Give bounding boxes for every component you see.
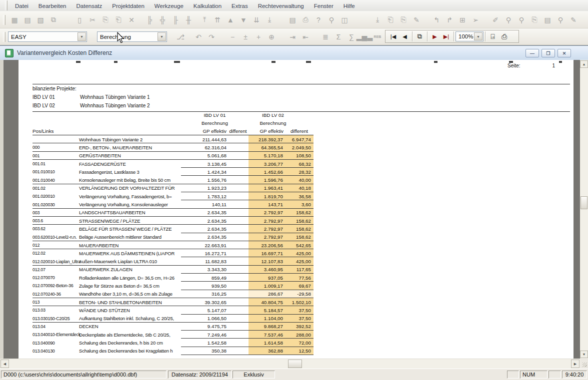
redo-icon[interactable]: ↷ (205, 31, 218, 43)
annotate-icon[interactable]: ✎ (567, 14, 580, 26)
run-report-button[interactable]: ▶ (429, 31, 440, 42)
row-diff-variant2: 158,62 (285, 209, 314, 217)
split-window-icon[interactable]: ◫ (338, 14, 351, 26)
close-preview-button[interactable]: ⍈ (487, 31, 498, 42)
menu-werkzeuge[interactable]: Werkzeuge (150, 1, 188, 10)
tree-level2-icon[interactable]: ╬ (156, 14, 169, 26)
move-down-icon[interactable]: ⇊ (250, 14, 263, 26)
cut-icon[interactable]: ✂ (86, 14, 99, 26)
copy-icon[interactable]: ⎘ (99, 14, 112, 26)
view-combobox[interactable]: EASY ▼ (8, 31, 87, 42)
note-edit-icon[interactable]: ✐ (489, 14, 502, 26)
scroll-up-icon[interactable]: ▲ (580, 60, 588, 68)
menu-fenster[interactable]: Fenster (309, 1, 338, 10)
report-table-row: 012.02MAUERWERK AUS DÄMMSTEINEN (LIAPOR1… (32, 249, 314, 257)
zoom-page-icon[interactable]: ⚲ (515, 14, 528, 26)
doc-add-icon[interactable]: ⎘ (397, 14, 410, 26)
insert-row-icon[interactable]: ± (239, 31, 252, 43)
add-sub-row-icon[interactable]: ⊕ (265, 31, 278, 43)
row-diff-variant2: 3,60 (285, 200, 314, 208)
last-page-button[interactable]: ▶| (440, 31, 452, 42)
scroll-left-icon[interactable]: ◀ (0, 360, 9, 368)
scroll-down-icon[interactable]: ▼ (580, 351, 588, 358)
reb-icon[interactable]: REB (371, 31, 384, 43)
close-button[interactable]: ✕ (558, 49, 571, 57)
print-button[interactable]: ⎙ (498, 31, 510, 42)
doc-export-icon[interactable]: ⎘ (528, 14, 541, 26)
copies-icon[interactable]: ⧉ (47, 14, 60, 26)
indent-icon[interactable]: ⇥ (286, 31, 299, 43)
new-document-icon[interactable]: ▯ (73, 14, 86, 26)
vertical-scrollbar-thumb[interactable] (580, 196, 588, 209)
row-diff-variant2: 1.502,10 (285, 298, 314, 306)
delete-icon[interactable]: ✕ (125, 14, 138, 26)
mode-combobox[interactable]: Berechnung ▼ (97, 31, 167, 42)
subtotal-icon[interactable]: Σ (332, 31, 345, 43)
report-icon[interactable]: ▤ (286, 14, 299, 26)
restore-button[interactable]: ❐ (542, 49, 555, 57)
menu-rechteverwaltung[interactable]: Rechteverwaltung (253, 1, 309, 10)
import-icon[interactable]: ⎗ (384, 14, 397, 26)
list-icon[interactable]: ≣ (319, 31, 332, 43)
export-icon[interactable]: ⤓ (371, 14, 384, 26)
branch-back-icon[interactable]: ↰ (430, 14, 443, 26)
menu-datensatz[interactable]: Datensatz (71, 1, 107, 10)
image-view-icon[interactable]: ▧ (34, 14, 47, 26)
undo-icon[interactable]: ↶ (192, 31, 205, 43)
tree-outline-icon[interactable]: ╫ (182, 14, 195, 26)
up-icon[interactable]: ▲ (224, 14, 237, 26)
first-page-button[interactable]: |◀ (388, 31, 399, 42)
resize-grip[interactable] (580, 359, 588, 369)
doc-edit-icon[interactable]: ✎ (410, 14, 423, 26)
vertical-scrollbar[interactable]: ▲ ▼ (580, 60, 588, 359)
search-icon[interactable]: ⚲ (325, 14, 338, 26)
grid-icon[interactable]: ⊞ (456, 14, 469, 26)
page-layout-icon[interactable]: ▤ (21, 14, 34, 26)
chevron-down-icon[interactable]: ▼ (78, 32, 86, 41)
row-gp-variant2: 40.804,75 (248, 298, 285, 306)
add-row-icon[interactable]: + (252, 31, 265, 43)
report-table-row: 013BETON- UND STAHLBETONARBEITEN39.302,6… (32, 298, 314, 306)
down-icon[interactable]: ▼ (237, 14, 250, 26)
menu-kalkulation[interactable]: Kalkulation (188, 1, 226, 10)
horizontal-scrollbar[interactable]: ◀ ▶ (0, 359, 588, 369)
document-window-titlebar[interactable]: Variantenvergleich Kosten Differenz — ❐ … (0, 45, 588, 60)
minimize-button[interactable]: — (526, 49, 539, 57)
horizontal-scrollbar-thumb[interactable] (288, 360, 302, 368)
chevron-down-icon[interactable]: ▼ (474, 32, 482, 40)
move-first-icon[interactable]: ⤒ (198, 14, 211, 26)
zoom-doc-icon[interactable]: ⚲ (502, 14, 515, 26)
help-icon[interactable]: ? (312, 14, 325, 26)
print-preview-icon[interactable]: ▦ (8, 14, 21, 26)
copy-pages-button[interactable]: ⧉ (414, 31, 426, 42)
goto-icon[interactable]: ➢ (469, 14, 482, 26)
menu-bearbeiten[interactable]: Bearbeiten (34, 1, 72, 10)
doc-table-icon[interactable]: ▤ (541, 14, 554, 26)
menu-extras[interactable]: Extras (226, 1, 253, 10)
chart-icon[interactable]: ▂▅▃ (358, 31, 371, 43)
chevron-down-icon[interactable]: ▼ (158, 32, 166, 41)
move-last-icon[interactable]: ⤓ (263, 14, 276, 26)
menu-hilfe[interactable]: Hilfe (338, 1, 360, 10)
scroll-right-icon[interactable]: ▶ (571, 360, 580, 368)
row-diff-variant2: 158,62 (285, 233, 314, 241)
paste-icon[interactable]: ⎗ (112, 14, 125, 26)
tree-level1-icon[interactable]: ╠ (143, 14, 156, 26)
move-up-icon[interactable]: ⇈ (211, 14, 224, 26)
outdent-icon[interactable]: ⇤ (299, 31, 312, 43)
zoom-region-icon[interactable]: ⚲ (554, 14, 567, 26)
tree-insert-icon[interactable]: ╟ (169, 14, 182, 26)
branch-forward-icon[interactable]: ↱ (443, 14, 456, 26)
menu-projektdaten[interactable]: Projektdaten (107, 1, 150, 10)
zoom-combobox[interactable]: 100% ▼ (456, 31, 484, 41)
row-description: FASSADENGERÜSTE (79, 161, 181, 167)
mouse-cursor (117, 32, 125, 44)
row-gp-variant2: 7.537,46 (248, 331, 285, 339)
menu-datei[interactable]: Datei (10, 1, 34, 10)
open-report-icon[interactable]: ⎇ (174, 31, 187, 43)
remove-row-icon[interactable]: − (226, 31, 239, 43)
previous-page-button[interactable]: ◀ (399, 31, 410, 42)
clipped-text-fragment (272, 61, 276, 63)
print-icon[interactable]: ⎙ (299, 14, 312, 26)
table-header-calc: Berechnung Berechnung (32, 120, 314, 126)
